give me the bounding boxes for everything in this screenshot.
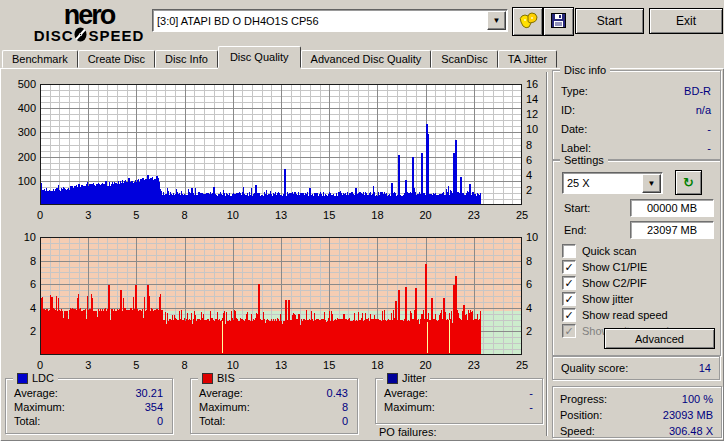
row-label: Speed:: [560, 425, 595, 437]
bis_chart-y-right-tick: 4: [526, 302, 548, 314]
stat-row: Maximum:-: [384, 400, 533, 414]
tab-disc-info[interactable]: Disc Info: [155, 50, 218, 68]
settings-group: Settings 25 X ▼ ↻ Start: 00000 MB End: 2…: [552, 160, 721, 356]
checkbox-checked-icon[interactable]: ✓: [562, 324, 576, 338]
disc-info-rows: Type:BD-RID:n/aDate:-Label:-: [561, 81, 711, 157]
row-value: -: [707, 142, 711, 154]
row-label: Progress:: [560, 393, 607, 405]
row-value: 306.48 X: [669, 425, 713, 437]
checkbox-checked-icon[interactable]: ✓: [562, 292, 576, 306]
ldc_chart-x-tick: 15: [317, 209, 341, 221]
tab-create-disc[interactable]: Create Disc: [78, 50, 155, 68]
row-value: n/a: [696, 104, 711, 116]
bis_chart-x-tick: 13: [269, 359, 293, 371]
tab-advanced-disc-quality[interactable]: Advanced Disc Quality: [301, 50, 432, 68]
bis_chart-x-tick: 8: [173, 359, 197, 371]
bis_chart: [40, 237, 522, 355]
disc-info-group: Disc info Type:BD-RID:n/aDate:-Label:-: [552, 70, 721, 160]
row-label: Position:: [560, 409, 602, 421]
row-label: Average:: [199, 387, 243, 399]
checkbox-quick-scan[interactable]: Quick scan: [562, 243, 716, 258]
row-label: Date:: [561, 123, 587, 135]
chevron-down-icon: ▼: [648, 179, 656, 188]
start-position-field[interactable]: 00000 MB: [630, 199, 714, 217]
row-label: Type:: [561, 85, 588, 97]
start-button[interactable]: Start: [575, 8, 644, 34]
stat-row: Average:-: [384, 386, 533, 400]
bis_chart-x-tick: 25: [510, 359, 534, 371]
checkbox-checked-icon[interactable]: ✓: [562, 308, 576, 322]
checkbox-show-c2-pif[interactable]: ✓Show C2/PIF: [562, 275, 716, 290]
tab-ta-jitter[interactable]: TA Jitter: [498, 50, 558, 68]
row-value: 354: [145, 401, 163, 413]
bis_chart-y-left-tick: 4: [6, 302, 36, 314]
eject-button[interactable]: [512, 7, 543, 36]
progress-panel: Progress:100 %Position:23093 MBSpeed:306…: [552, 386, 722, 438]
drive-selector-dropdown-button[interactable]: ▼: [487, 11, 506, 30]
row-value: 0: [157, 415, 163, 427]
ldc-legend-swatch: [17, 373, 28, 384]
row-label: Average:: [14, 387, 58, 399]
stat-row: Total:0: [14, 414, 163, 428]
jitter-title: Jitter: [383, 372, 430, 384]
checkbox-unchecked-icon[interactable]: [562, 244, 576, 258]
ldc_chart-y-right-tick: 16: [526, 78, 548, 90]
speed-select-dropdown-button[interactable]: ▼: [642, 174, 661, 193]
speed-select[interactable]: 25 X ▼: [562, 172, 663, 194]
logo-nero-text: nero: [14, 2, 164, 29]
row-value: 100 %: [682, 393, 713, 405]
ldc-stats-group: LDC Average:30.21Maximum:354Total:0: [5, 378, 173, 434]
end-position-field[interactable]: 23097 MB: [630, 221, 714, 239]
checkbox-show-c1-pie[interactable]: ✓Show C1/PIE: [562, 259, 716, 274]
bis-legend-swatch: [202, 373, 213, 384]
row-label: Maximum:: [384, 401, 435, 413]
ldc-rows: Average:30.21Maximum:354Total:0: [14, 386, 163, 428]
row-value: -: [529, 401, 533, 413]
row-value: 8: [342, 401, 348, 413]
exit-button[interactable]: Exit: [649, 8, 723, 34]
ldc_chart-x-tick: 5: [124, 209, 148, 221]
checkbox-show-jitter[interactable]: ✓Show jitter: [562, 291, 716, 306]
quality-score-value: 14: [699, 362, 711, 374]
jitter-rows: Average:-Maximum:-: [384, 386, 533, 414]
checkbox-show-read-speed[interactable]: ✓Show read speed: [562, 307, 716, 322]
stat-row: Progress:100 %: [560, 391, 713, 407]
row-value: -: [707, 123, 711, 135]
refresh-button[interactable]: ↻: [675, 170, 702, 195]
bis-title: BIS: [198, 372, 239, 384]
advanced-button[interactable]: Advanced: [604, 328, 715, 349]
save-button[interactable]: [543, 7, 574, 36]
ldc_chart-y-right-tick: 6: [526, 154, 548, 166]
row-label: Maximum:: [14, 401, 65, 413]
ldc_chart-x-tick: 3: [76, 209, 100, 221]
settings-checkboxes: Quick scan✓Show C1/PIE✓Show C2/PIF✓Show …: [562, 243, 716, 339]
jitter-legend-swatch: [387, 373, 398, 384]
row-value: 23093 MB: [663, 409, 713, 421]
drive-selector-value: [3:0] ATAPI BD O DH4O1S CP56: [153, 15, 486, 27]
ldc_chart-y-left-tick: 300: [6, 126, 36, 138]
ldc_chart-y-right-tick: 2: [526, 184, 548, 196]
tab-benchmark[interactable]: Benchmark: [2, 50, 78, 68]
ldc_chart-y-left-tick: 100: [6, 175, 36, 187]
quality-score-label: Quality score:: [561, 362, 628, 374]
jitter-stats-group: Jitter Average:-Maximum:-: [375, 378, 543, 424]
stat-row: Speed:306.48 X: [560, 423, 713, 439]
bis_chart-x-tick: 18: [365, 359, 389, 371]
logo-discspeed-text: DISC SPEED: [14, 27, 164, 44]
bis_chart-y-right-tick: 2: [526, 325, 548, 337]
bis_chart-x-tick: 15: [317, 359, 341, 371]
ldc_chart-x-tick: 13: [269, 209, 293, 221]
checkbox-label: Quick scan: [582, 245, 636, 257]
app-logo: nero DISC SPEED: [14, 2, 164, 44]
ldc_chart-y-right-tick: 14: [526, 93, 548, 105]
checkbox-checked-icon[interactable]: ✓: [562, 276, 576, 290]
stat-row: Maximum:354: [14, 400, 163, 414]
drive-selector[interactable]: [3:0] ATAPI BD O DH4O1S CP56 ▼: [152, 9, 508, 32]
nero-discspeed-window: nero DISC SPEED [3:0] ATAPI BD O DH4O1S …: [0, 0, 724, 441]
tab-disc-quality[interactable]: Disc Quality: [218, 46, 301, 68]
row-label: Average:: [384, 387, 428, 399]
tab-scandisc[interactable]: ScanDisc: [431, 50, 497, 68]
bis-stats-group: BIS Average:0.43Maximum:8Total:0: [190, 378, 358, 434]
checkbox-checked-icon[interactable]: ✓: [562, 260, 576, 274]
disc-info-title: Disc info: [560, 64, 610, 76]
